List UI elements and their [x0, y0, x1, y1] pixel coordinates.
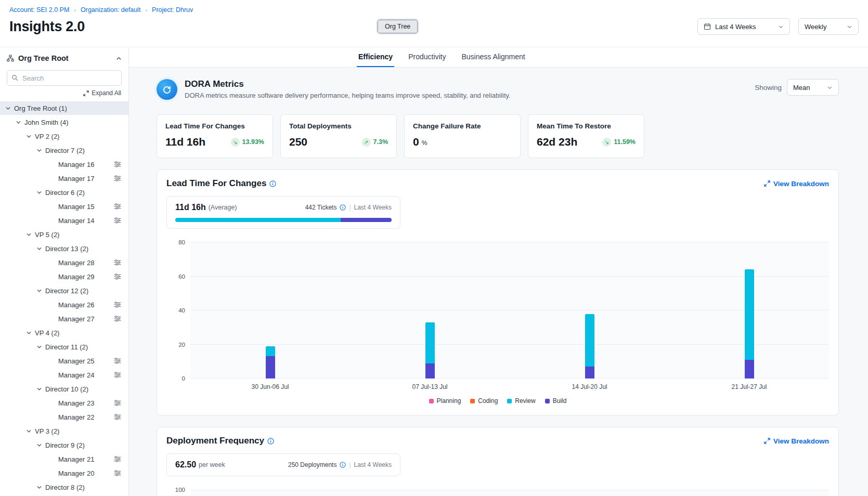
- tree-node-label: Manager 14: [58, 217, 94, 225]
- deployment-view-breakdown-button[interactable]: View Breakdown: [764, 437, 829, 445]
- filter-icon[interactable]: [114, 358, 121, 364]
- legend-label: Review: [515, 397, 535, 404]
- tree-node-manager-21[interactable]: Manager 21: [0, 452, 128, 466]
- lead-time-title: Lead Time For Changes: [166, 178, 266, 189]
- tab-productivity[interactable]: Productivity: [407, 47, 447, 67]
- chevron-down-icon[interactable]: [26, 330, 32, 336]
- date-range-label: Last 4 Weeks: [354, 204, 392, 211]
- y-axis-label: 0: [166, 375, 185, 382]
- tree-node-manager-24[interactable]: Manager 24: [0, 368, 128, 382]
- tree-node-director-9-2[interactable]: Director 9 (2): [0, 438, 128, 452]
- tree-node-manager-16[interactable]: Manager 16: [0, 158, 128, 171]
- filter-icon[interactable]: [114, 316, 121, 322]
- chevron-down-icon[interactable]: [36, 288, 43, 294]
- info-icon[interactable]: [340, 462, 346, 468]
- tree-node-label: Director 13 (2): [45, 245, 88, 253]
- tree-node-director-10-2[interactable]: Director 10 (2): [0, 382, 128, 396]
- chevron-down-icon[interactable]: [16, 120, 22, 125]
- tree-node-director-11-2[interactable]: Director 11 (2): [0, 340, 128, 354]
- stacked-bar-14-jul-20-jul[interactable]: [585, 242, 594, 378]
- filter-icon[interactable]: [114, 175, 121, 181]
- tree-node-manager-14[interactable]: Manager 14: [0, 214, 128, 227]
- lead-time-view-breakdown-button[interactable]: View Breakdown: [764, 180, 829, 188]
- dora-description: DORA metrics measure software delivery p…: [185, 92, 511, 99]
- tree-node-john-smith-4[interactable]: John Smith (4): [0, 115, 128, 129]
- tree-node-manager-15[interactable]: Manager 15: [0, 200, 128, 213]
- filter-icon[interactable]: [114, 400, 121, 406]
- tree-node-manager-26[interactable]: Manager 26: [0, 298, 128, 311]
- legend-item-coding[interactable]: Coding: [470, 397, 498, 404]
- tree-node-manager-25[interactable]: Manager 25: [0, 354, 128, 368]
- filter-icon[interactable]: [114, 372, 121, 378]
- tree-node-label: Org Tree Root (1): [14, 105, 67, 112]
- chevron-down-icon[interactable]: [36, 386, 43, 392]
- metric-card-lead-time-for-changes: Lead Time For Changes11d 16h↘13.93%: [157, 114, 273, 158]
- chart-legend: PlanningCodingReviewBuild: [166, 397, 829, 407]
- stacked-bar-21-jul-27-jul[interactable]: [745, 242, 754, 378]
- chevron-down-icon[interactable]: [36, 344, 43, 350]
- tree-node-vp-4-2[interactable]: VP 4 (2): [0, 326, 128, 340]
- chevron-down-icon[interactable]: [26, 428, 32, 434]
- filter-icon[interactable]: [114, 470, 121, 476]
- legend-item-planning[interactable]: Planning: [429, 397, 461, 404]
- tree-node-label: Manager 26: [58, 301, 94, 309]
- tree-node-director-7-2[interactable]: Director 7 (2): [0, 143, 128, 157]
- info-icon[interactable]: [269, 180, 276, 187]
- tree-node-director-8-2[interactable]: Director 8 (2): [0, 480, 128, 494]
- chevron-down-icon[interactable]: [36, 190, 43, 195]
- tab-efficiency[interactable]: Efficiency: [357, 47, 394, 67]
- showing-select[interactable]: Mean: [787, 79, 839, 96]
- tab-business-alignment[interactable]: Business Alignment: [460, 47, 527, 67]
- lead-time-average-suffix: (Average): [209, 204, 237, 211]
- metric-title: Change Failure Rate: [413, 122, 512, 130]
- stacked-bar-07-jul-13-jul[interactable]: [425, 242, 435, 378]
- chevron-down-icon[interactable]: [5, 106, 11, 111]
- tree-node-manager-17[interactable]: Manager 17: [0, 172, 128, 185]
- collapse-sidebar-chevron-icon[interactable]: [116, 56, 122, 61]
- chevron-down-icon[interactable]: [26, 134, 32, 139]
- tree-node-vp-5-2[interactable]: VP 5 (2): [0, 228, 128, 241]
- info-icon[interactable]: [267, 438, 274, 445]
- breadcrumb-link-project-dhruv[interactable]: Project: Dhruv: [152, 6, 193, 14]
- tree-node-manager-29[interactable]: Manager 29: [0, 270, 128, 283]
- info-icon[interactable]: [340, 204, 346, 211]
- filter-icon[interactable]: [114, 456, 121, 462]
- legend-item-review[interactable]: Review: [507, 397, 535, 404]
- stacked-bar-30-jun-06-jul[interactable]: [266, 242, 275, 378]
- tree-node-manager-23[interactable]: Manager 23: [0, 396, 128, 410]
- chevron-down-icon[interactable]: [36, 246, 43, 252]
- tickets-count: 442 Tickets: [305, 204, 337, 211]
- chevron-down-icon[interactable]: [36, 442, 43, 448]
- tree-node-manager-28[interactable]: Manager 28: [0, 256, 128, 269]
- filter-icon[interactable]: [114, 302, 121, 308]
- tree-node-director-6-2[interactable]: Director 6 (2): [0, 186, 128, 199]
- tree-node-org-tree-root-1[interactable]: Org Tree Root (1): [0, 101, 128, 115]
- chevron-down-icon[interactable]: [36, 485, 43, 490]
- filter-icon[interactable]: [114, 273, 121, 280]
- date-range-select[interactable]: Last 4 Weeks: [697, 18, 790, 35]
- legend-swatch: [507, 399, 512, 403]
- breadcrumb-link-account-sei-2-0-pm[interactable]: Account: SEI 2.0 PM: [9, 6, 69, 14]
- breadcrumb-link-organization-default[interactable]: Organization: default: [81, 6, 140, 14]
- chevron-down-icon[interactable]: [36, 148, 43, 153]
- tree-node-director-13-2[interactable]: Director 13 (2): [0, 242, 128, 255]
- filter-icon[interactable]: [114, 414, 121, 420]
- expand-all-button[interactable]: Expand All: [83, 89, 121, 97]
- tree-node-director-12-2[interactable]: Director 12 (2): [0, 284, 128, 297]
- interval-select[interactable]: Weekly: [798, 18, 859, 35]
- trend-down-icon: ↘: [231, 138, 240, 147]
- tree-node-vp-2-2[interactable]: VP 2 (2): [0, 129, 128, 143]
- org-tree-button[interactable]: Org Tree: [378, 20, 418, 33]
- tree-node-vp-3-2[interactable]: VP 3 (2): [0, 424, 128, 438]
- filter-icon[interactable]: [114, 161, 121, 167]
- y-axis-label: 40: [166, 307, 185, 314]
- search-input[interactable]: [7, 70, 122, 86]
- tree-node-manager-20[interactable]: Manager 20: [0, 466, 128, 480]
- chevron-down-icon[interactable]: [26, 232, 32, 238]
- legend-item-build[interactable]: Build: [545, 397, 567, 404]
- filter-icon[interactable]: [114, 217, 121, 224]
- filter-icon[interactable]: [114, 259, 121, 266]
- filter-icon[interactable]: [114, 203, 121, 210]
- tree-node-manager-27[interactable]: Manager 27: [0, 312, 128, 325]
- tree-node-manager-22[interactable]: Manager 22: [0, 410, 128, 424]
